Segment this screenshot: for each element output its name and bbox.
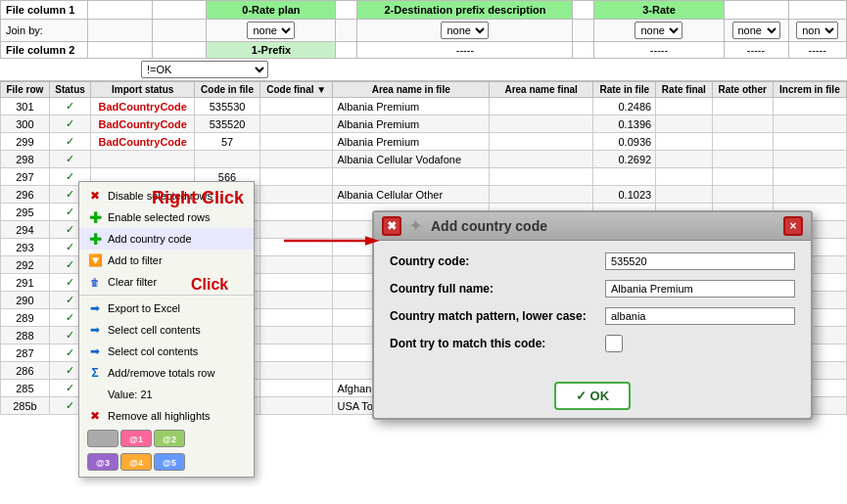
cell-row-num: 287 [1,344,50,362]
add-filter-label: Add to filter [108,254,163,266]
menu-export-excel[interactable]: ➡ Export to Excel [79,298,254,319]
cell-increm [773,186,846,204]
cell-rate: 0.2486 [593,98,656,115]
context-menu: ✖ Disable selected rows ✚ Enable selecte… [78,181,255,478]
table-row: 300 ✓ BadCountryCode 535520 Albania Prem… [1,115,847,133]
cell-area-name [333,168,490,186]
file-col-2-label: File column 2 [1,42,88,59]
enable-rows-label: Enable selected rows [108,211,211,223]
cell-rate-other [712,168,773,186]
add-totals-label: Add/remove totals row [108,367,214,379]
dialog-title-text: Add country code [431,218,547,234]
table-row: 301 ✓ BadCountryCode 535530 Albania Prem… [1,98,847,115]
cell-rate [593,168,656,186]
cell-row-num: 298 [1,151,50,168]
cell-row-num: 299 [1,133,50,151]
cell-code-final [259,292,332,309]
menu-remove-highlights[interactable]: ✖ Remove all highlights [79,405,254,427]
cell-area-name-final [489,98,592,115]
cell-rate-other [712,186,773,204]
cell-status: ✓ [49,151,91,168]
color-4[interactable]: @4 [120,453,152,471]
th-rate-final: Rate final [656,82,712,98]
color-2[interactable]: @2 [154,430,185,447]
join-select-0[interactable]: none [247,22,295,39]
menu-add-totals[interactable]: Σ Add/remove totals row [79,362,254,384]
join-by-label: Join by: [1,20,88,42]
color-1[interactable]: @1 [120,430,152,447]
cell-code-final [259,256,332,274]
th-area-name-in-file: Area name in file [333,82,490,98]
cell-code-final [259,168,332,186]
cell-row-num: 285b [1,397,50,415]
join-select-3[interactable]: none [635,22,682,39]
cell-code-final [259,309,332,327]
cell-rate-final [656,168,712,186]
filter-row: !=OK [0,59,847,81]
menu-value: Value: 21 [79,384,254,405]
select-cell-label: Select cell contents [108,324,201,336]
th-rate-in-file: Rate in file [593,82,656,98]
color-buttons-row: @1 @2 [79,427,254,450]
menu-enable-rows[interactable]: ✚ Enable selected rows [79,206,254,228]
cell-code-final [259,274,332,292]
color-3[interactable]: @3 [87,453,118,471]
click-annotation: Click [191,276,228,294]
enable-icon: ✚ [87,209,103,225]
disable-icon: ✖ [87,188,103,204]
menu-select-cell[interactable]: ➡ Select cell contents [79,319,254,341]
menu-add-filter[interactable]: 🔽 Add to filter [79,250,254,271]
color-5[interactable]: @5 [154,453,185,471]
cell-status: ✓ [49,115,91,133]
file-col-1-label: File column 1 [1,1,88,20]
remove-highlights-label: Remove all highlights [108,410,211,422]
cell-increm [773,168,846,186]
prefix-label: 1-Prefix [207,42,336,59]
country-code-input[interactable] [605,252,795,270]
dialog-title-bar: ✖ ✦ Add country code × [374,212,811,241]
ok-button[interactable]: ✓ OK [554,382,631,410]
country-full-name-input[interactable] [605,280,795,298]
cell-code-in-file: 535520 [195,115,260,133]
country-match-input[interactable] [605,307,795,325]
menu-select-col[interactable]: ➡ Select col contents [79,341,254,362]
cell-rate-other [712,115,773,133]
arrow-annotation [284,231,382,252]
join-select-2[interactable]: none [441,22,489,39]
select-col-label: Select col contents [108,345,198,357]
export-icon: ➡ [87,300,103,316]
dont-match-checkbox[interactable] [605,335,623,352]
cell-rate-other [712,151,773,168]
dialog-title: ✖ ✦ Add country code [382,216,547,236]
th-area-name-final: Area name final [489,82,592,98]
totals-icon: Σ [87,365,103,381]
cell-code-final [259,133,332,151]
col0-header: 0-Rate plan [207,1,336,20]
dialog-body: Country code: Country full name: Country… [374,241,811,374]
cell-area-name: Albania Cellular Other [333,186,490,204]
cell-rate-final [656,133,712,151]
cell-code-final [259,204,332,221]
cell-code-in-file: 535530 [195,98,260,115]
cell-row-num: 294 [1,221,50,239]
cell-row-num: 295 [1,204,50,221]
dialog-row-full-name: Country full name: [390,280,795,298]
cell-row-num: 300 [1,115,50,133]
cell-code-final [259,344,332,362]
filter-select[interactable]: !=OK [141,61,268,78]
right-click-annotation: Right Click [152,188,244,208]
join-select-5[interactable]: non [796,22,838,39]
value-icon [87,387,103,402]
dialog-close-button[interactable]: × [783,216,803,236]
cell-row-num: 285 [1,380,50,397]
remove-highlights-icon: ✖ [87,408,103,424]
add-country-label: Add country code [108,233,192,245]
join-select-4[interactable]: none [732,22,780,39]
color-gray[interactable] [87,430,118,447]
menu-add-country[interactable]: ✚ Add country code [79,228,254,250]
cell-rate-other [712,133,773,151]
cell-code-final [259,327,332,344]
separator-1 [79,295,254,296]
cell-code-final [259,151,332,168]
export-excel-label: Export to Excel [108,302,180,314]
